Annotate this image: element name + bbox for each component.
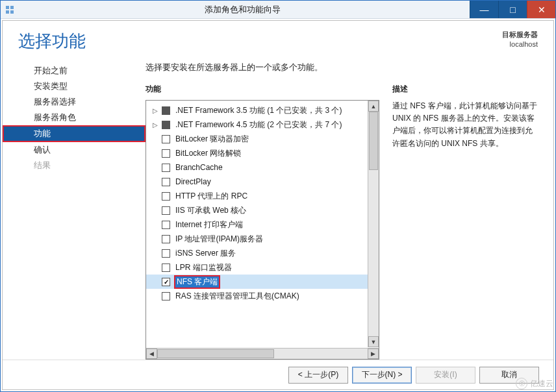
feature-row-iis-hostable[interactable]: IIS 可承载 Web 核心 <box>146 203 379 217</box>
checkbox[interactable] <box>162 178 170 186</box>
checkbox[interactable] <box>162 221 170 229</box>
next-button[interactable]: 下一步(N) > <box>352 367 412 384</box>
feature-label: BitLocker 驱动器加密 <box>174 134 250 145</box>
feature-row-bitlocker-net[interactable]: BitLocker 网络解锁 <box>146 146 379 160</box>
checkbox[interactable] <box>162 149 170 158</box>
main-row: 开始之前 安装类型 服务器选择 服务器角色 功能 确认 结果 选择要安装在所选服… <box>3 53 553 360</box>
columns: 功能 ▷.NET Framework 3.5 功能 (1 个已安装，共 3 个)… <box>145 84 538 360</box>
feature-label: NFS 客户端 <box>174 275 220 289</box>
instruction-text: 选择要安装在所选服务器上的一个或多个功能。 <box>145 62 538 73</box>
scroll-thumb[interactable] <box>369 112 378 170</box>
description-column: 描述 通过 NFS 客户端，此计算机能够访问基于 UNIX 的 NFS 服务器上… <box>392 84 538 360</box>
sidebar-item-results: 结果 <box>3 158 145 173</box>
hscroll-thumb[interactable] <box>157 349 274 358</box>
target-server-box: 目标服务器 localhost <box>502 30 538 50</box>
cancel-button[interactable]: 取消 <box>479 367 539 384</box>
scroll-down-button[interactable]: ▼ <box>368 336 379 347</box>
feature-row-net35[interactable]: ▷.NET Framework 3.5 功能 (1 个已安装，共 3 个) <box>146 103 379 117</box>
feature-label: IP 地址管理(IPAM)服务器 <box>174 234 264 245</box>
checkbox[interactable] <box>162 235 170 243</box>
svg-rect-0 <box>6 6 9 9</box>
checkbox[interactable] <box>162 192 170 201</box>
feature-label: HTTP 代理上的 RPC <box>174 191 249 202</box>
sidebar-item-before-you-begin[interactable]: 开始之前 <box>3 63 145 79</box>
checkbox-checked[interactable] <box>162 278 170 286</box>
checkbox[interactable] <box>162 206 170 215</box>
feature-row-branchcache[interactable]: BranchCache <box>146 160 379 175</box>
description-text: 通过 NFS 客户端，此计算机能够访问基于 UNIX 的 NFS 服务器上的文件… <box>392 100 538 150</box>
feature-label: iSNS Server 服务 <box>174 248 237 259</box>
checkbox[interactable] <box>162 164 170 172</box>
feature-row-ras-cmak[interactable]: RAS 连接管理器管理工具包(CMAK) <box>146 289 379 303</box>
svg-rect-1 <box>10 6 14 9</box>
feature-row-directplay[interactable]: DirectPlay <box>146 175 379 189</box>
main-panel: 选择要安装在所选服务器上的一个或多个功能。 功能 ▷.NET Framework… <box>145 62 538 360</box>
svg-rect-2 <box>6 10 9 14</box>
feature-label: RAS 连接管理器管理工具包(CMAK) <box>174 291 301 302</box>
target-server-label: 目标服务器 <box>502 30 538 40</box>
feature-label: .NET Framework 3.5 功能 (1 个已安装，共 3 个) <box>174 105 343 116</box>
svg-rect-3 <box>10 10 14 14</box>
features-scroll-area: ▷.NET Framework 3.5 功能 (1 个已安装，共 3 个) ▷.… <box>146 101 379 348</box>
title-bar: 添加角色和功能向导 — □ ✕ <box>1 1 555 19</box>
expander-icon[interactable]: ▷ <box>151 107 159 114</box>
wizard-window: 添加角色和功能向导 — □ ✕ 选择功能 目标服务器 localhost 开始之… <box>0 0 556 392</box>
expander-icon[interactable]: ▷ <box>151 121 159 129</box>
feature-label: .NET Framework 4.5 功能 (2 个已安装，共 7 个) <box>174 119 343 130</box>
install-button: 安装(I) <box>416 367 475 384</box>
sidebar-item-server-selection[interactable]: 服务器选择 <box>3 94 145 110</box>
checkbox[interactable] <box>162 263 170 272</box>
feature-row-net45[interactable]: ▷.NET Framework 4.5 功能 (2 个已安装，共 7 个) <box>146 117 379 132</box>
features-column: 功能 ▷.NET Framework 3.5 功能 (1 个已安装，共 3 个)… <box>145 84 379 360</box>
window-title: 添加角色和功能向导 <box>15 4 470 16</box>
scroll-left-button[interactable]: ◀ <box>146 349 157 359</box>
checkbox[interactable] <box>162 292 170 300</box>
checkbox-partial[interactable] <box>162 106 170 115</box>
scroll-up-button[interactable]: ▲ <box>368 101 379 112</box>
maximize-button[interactable]: □ <box>498 1 527 18</box>
feature-row-ipam[interactable]: IP 地址管理(IPAM)服务器 <box>146 232 379 246</box>
feature-label: DirectPlay <box>174 177 212 186</box>
footer-buttons: < 上一步(P) 下一步(N) > 安装(I) 取消 <box>3 360 553 389</box>
feature-row-rpc-http[interactable]: HTTP 代理上的 RPC <box>146 189 379 203</box>
feature-row-internet-print[interactable]: Internet 打印客户端 <box>146 217 379 232</box>
feature-label: BitLocker 网络解锁 <box>174 148 242 159</box>
scroll-right-button[interactable]: ▶ <box>368 349 379 359</box>
description-label: 描述 <box>392 84 538 95</box>
minimize-button[interactable]: — <box>470 1 498 18</box>
feature-row-lpr[interactable]: LPR 端口监视器 <box>146 260 379 275</box>
features-tree: ▷.NET Framework 3.5 功能 (1 个已安装，共 3 个) ▷.… <box>145 100 379 360</box>
horizontal-scrollbar[interactable]: ◀ ▶ <box>146 348 379 359</box>
sidebar-item-confirm[interactable]: 确认 <box>3 142 145 158</box>
feature-label: BranchCache <box>174 163 224 172</box>
feature-label: IIS 可承载 Web 核心 <box>174 205 247 216</box>
app-icon <box>5 5 15 15</box>
previous-button[interactable]: < 上一步(P) <box>288 367 348 384</box>
checkbox[interactable] <box>162 249 170 258</box>
window-controls: — □ ✕ <box>470 1 555 18</box>
header-area: 选择功能 目标服务器 localhost <box>3 21 553 53</box>
close-button[interactable]: ✕ <box>527 1 555 18</box>
feature-row-nfs-client[interactable]: NFS 客户端 <box>146 275 379 289</box>
checkbox[interactable] <box>162 135 170 143</box>
wizard-sidebar: 开始之前 安装类型 服务器选择 服务器角色 功能 确认 结果 <box>3 62 145 360</box>
target-server-value: localhost <box>502 40 538 49</box>
sidebar-item-features[interactable]: 功能 <box>3 125 145 142</box>
content-frame: 选择功能 目标服务器 localhost 开始之前 安装类型 服务器选择 服务器… <box>2 20 554 390</box>
sidebar-item-install-type[interactable]: 安装类型 <box>3 79 145 94</box>
page-title: 选择功能 <box>18 30 86 53</box>
vertical-scrollbar[interactable]: ▲ ▼ <box>368 101 379 347</box>
feature-row-isns[interactable]: iSNS Server 服务 <box>146 246 379 260</box>
checkbox-partial[interactable] <box>162 121 170 129</box>
feature-label: Internet 打印客户端 <box>174 219 244 230</box>
feature-row-bitlocker[interactable]: BitLocker 驱动器加密 <box>146 132 379 146</box>
features-label: 功能 <box>145 84 379 95</box>
sidebar-item-server-roles[interactable]: 服务器角色 <box>3 110 145 125</box>
feature-label: LPR 端口监视器 <box>174 262 233 273</box>
